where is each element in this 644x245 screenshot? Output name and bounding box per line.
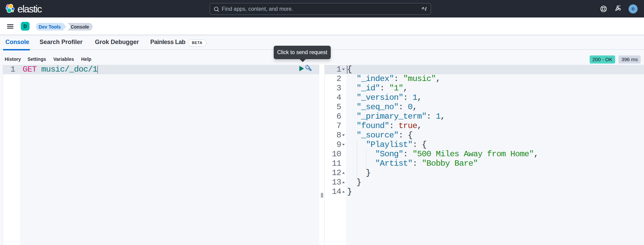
svg-text:Console: Console xyxy=(70,24,89,30)
svg-text:Dev Tools: Dev Tools xyxy=(39,24,61,30)
